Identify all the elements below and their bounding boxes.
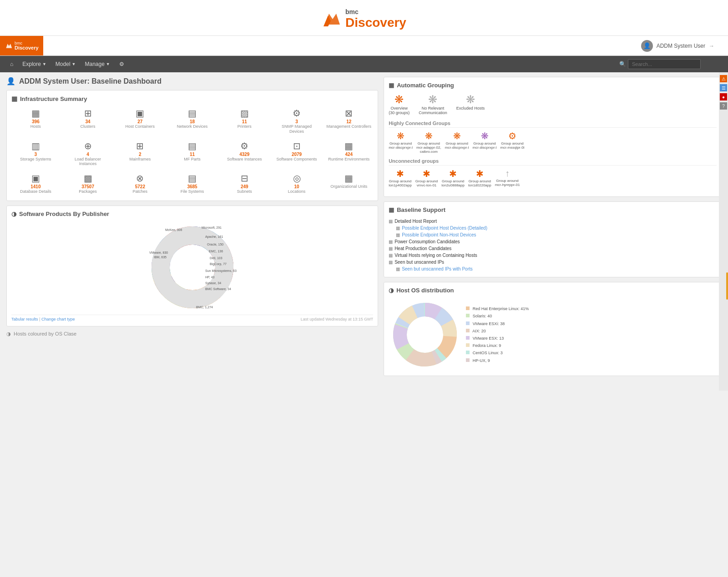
infra-subnets[interactable]: ⊟ 249 Subnets [220, 172, 269, 196]
grouping-excluded[interactable]: ❋ Excluded Hosts [456, 93, 485, 115]
ucg-item-2[interactable]: ✱ Group aroundvmvc-lon-01 [415, 168, 438, 187]
infra-hosts[interactable]: ▦ 396 Hosts [11, 107, 60, 136]
host-os-donut-chart [389, 298, 461, 371]
infra-clusters[interactable]: ⊞ 34 Clusters [64, 107, 112, 136]
baseline-link-href-8[interactable]: Seen but unscanned IPs with Ports [402, 266, 473, 271]
baseline-link-href-2[interactable]: Possible Endpoint Host Devices (Detailed… [402, 226, 487, 231]
baseline-link-3: ▦ Possible Endpoint Non-Host Devices [389, 231, 717, 238]
hcg-icon-2: ❋ [425, 130, 433, 141]
ucg-item-5[interactable]: ↑ Group aroundmcr-hyreppr-01 [495, 168, 520, 187]
hcg-item-1[interactable]: ❋ Group aroundmcr-discprxpr-l [389, 130, 413, 154]
hcg-item-3[interactable]: ❋ Group aroundmcr-discprxpr-l [445, 130, 469, 154]
ucg-item-3[interactable]: ✱ Group aroundlon2u0888app [441, 168, 465, 187]
infra-locations[interactable]: ◎ 10 Locations [273, 172, 321, 196]
patches-label: Patches [133, 189, 148, 194]
link-icon-1: ▦ [389, 219, 393, 224]
logo-text-area: bmc Discovery [345, 8, 406, 30]
infra-mf-parts[interactable]: ▤ 11 MF Parts [168, 140, 217, 169]
tabular-results-link[interactable]: Tabular results [11, 317, 38, 321]
baseline-link-7: ▦ Seen but unscanned IPs [389, 259, 717, 266]
infra-snmp[interactable]: ⚙ 3 SNMP Managed Devices [273, 107, 321, 136]
infra-mgmt-ctrl[interactable]: ⊠ 12 Management Controllers [324, 107, 373, 136]
baseline-link-href-3[interactable]: Possible Endpoint Non-Host Devices [402, 232, 476, 237]
error-icon[interactable]: ● [720, 93, 727, 100]
left-panel: 👤 ADDM System User: Baseline Dashboard ▦… [6, 77, 378, 386]
legend-aix: AIX: 20 [466, 327, 529, 335]
discovery-brand-text: Discovery [345, 15, 406, 30]
infra-db-details[interactable]: ▣ 1410 Database Details [11, 172, 60, 196]
grouping-overview[interactable]: ❋ Overview(30 groups) [389, 93, 410, 115]
subnets-icon: ⊟ [241, 174, 248, 183]
grouping-no-relevant[interactable]: ❋ No RelevantCommunication [419, 93, 447, 115]
ucg-item-1[interactable]: ✱ Group aroundlon1p4002app [389, 168, 412, 187]
app-header: bmc Discovery 👤 ADDM System User → [0, 36, 728, 56]
hcg-item-4[interactable]: ❋ Group aroundmcr-discprxpr-l [473, 130, 497, 154]
svg-point-40 [408, 317, 442, 352]
baseline-support-title: ▦ Baseline Support [389, 206, 717, 213]
nav-home[interactable]: ⌂ [5, 56, 18, 72]
automatic-grouping-card: ▦ Automatic Grouping ❋ Overview(30 group… [384, 77, 722, 197]
app-logo-icon [5, 42, 13, 50]
infra-runtime[interactable]: ▦ 424 Runtime Environments [324, 140, 373, 169]
baseline-link-8: ▦ Seen but unscanned IPs with Ports [389, 266, 717, 272]
change-chart-type-link[interactable]: Change chart type [41, 317, 75, 321]
search-input[interactable] [628, 59, 701, 69]
help-icon[interactable]: ? [720, 102, 727, 110]
host-containers-count: 27 [137, 119, 142, 124]
software-products-icon: ◑ [11, 211, 16, 217]
page-title-section: 👤 ADDM System User: Baseline Dashboard [6, 77, 378, 85]
load-balancer-label: Load Balancer Instances [66, 157, 111, 167]
infra-storage[interactable]: ▥ 3 Storage Systems [11, 140, 60, 169]
patches-icon: ⊗ [136, 174, 144, 183]
info-icon[interactable]: ☰ [720, 84, 727, 91]
infra-printers[interactable]: ▨ 11 Printers [220, 107, 269, 136]
baseline-support-icon: ▦ [389, 206, 394, 213]
printers-icon: ▨ [240, 109, 249, 118]
snmp-icon: ⚙ [293, 109, 301, 118]
infra-patches[interactable]: ⊗ 5722 Patches [116, 172, 164, 196]
chart-footer: Tabular results | Change chart type Last… [11, 315, 373, 321]
infra-filesystems[interactable]: ▤ 3685 File Systems [168, 172, 217, 196]
sw-instances-count: 4329 [239, 152, 249, 157]
svg-text:Sun Microsystems, 63: Sun Microsystems, 63 [205, 269, 237, 273]
sw-instances-icon: ⚙ [240, 141, 248, 151]
nav-gear[interactable]: ⚙ [115, 56, 129, 72]
no-relevant-icon: ❋ [428, 93, 437, 106]
ucg-item-4[interactable]: ✱ Group aroundlon1d0220app [468, 168, 491, 187]
gear-icon: ⚙ [119, 61, 124, 67]
infra-sw-instances[interactable]: ⚙ 4329 Software Instances [220, 140, 269, 169]
hcg-label-1: Group aroundmcr-discprxpr-l [389, 141, 413, 150]
ucg-label-1: Group aroundlon1p4002app [389, 179, 412, 187]
top-header: bmc Discovery [0, 0, 728, 36]
hcg-item-5[interactable]: ⚙ Group aroundmcr-mssqlpr-0l [500, 130, 525, 154]
nav-manage[interactable]: Manage ▼ [80, 56, 114, 72]
svg-text:HP, 43: HP, 43 [205, 276, 215, 279]
infra-host-containers[interactable]: ▣ 27 Host Containers [116, 107, 164, 136]
svg-text:Sybase, 34: Sybase, 34 [205, 281, 221, 285]
db-details-icon: ▣ [31, 174, 40, 183]
app-brand: bmc Discovery [0, 36, 43, 55]
logout-icon[interactable]: → [709, 43, 714, 49]
app-brand-text: bmc Discovery [15, 41, 39, 50]
infra-network[interactable]: ▤ 18 Network Devices [168, 107, 217, 136]
no-relevant-label: No RelevantCommunication [419, 106, 447, 115]
nav-explore[interactable]: Explore ▼ [18, 56, 51, 72]
svg-text:Apache, 161: Apache, 161 [205, 235, 223, 239]
ucg-icon-2: ✱ [423, 168, 430, 179]
chevron-down-icon: ▼ [42, 62, 46, 66]
ucg-icon-5: ↑ [505, 168, 510, 179]
alert-icon[interactable]: ⚠ [720, 75, 727, 82]
infra-packages[interactable]: ▩ 37507 Packages [64, 172, 112, 196]
ucg-label-4: Group aroundlon1d0220app [468, 179, 491, 187]
infra-org-units[interactable]: ▦ Organizational Units [324, 172, 373, 196]
user-name-label: ADDM System User [657, 43, 705, 49]
hcg-item-2[interactable]: ❋ Group aroundmcr-adappr-02,calbro.com [416, 130, 441, 154]
chart-footer-left: Tabular results | Change chart type [11, 317, 75, 321]
host-os-legend: Red Hat Enterprise Linux: 41% Solaris: 4… [466, 305, 529, 364]
infra-sw-components[interactable]: ⊡ 2079 Software Components [273, 140, 321, 169]
infra-mainframes[interactable]: ⊞ 2 Mainframes [116, 140, 164, 169]
infra-load-balancer[interactable]: ⊕ 4 Load Balancer Instances [64, 140, 112, 169]
nav-model[interactable]: Model ▼ [51, 56, 81, 72]
svg-text:VMware, 830: VMware, 830 [149, 251, 168, 254]
right-sidebar: ⚠ ☰ ● ? [719, 72, 728, 391]
